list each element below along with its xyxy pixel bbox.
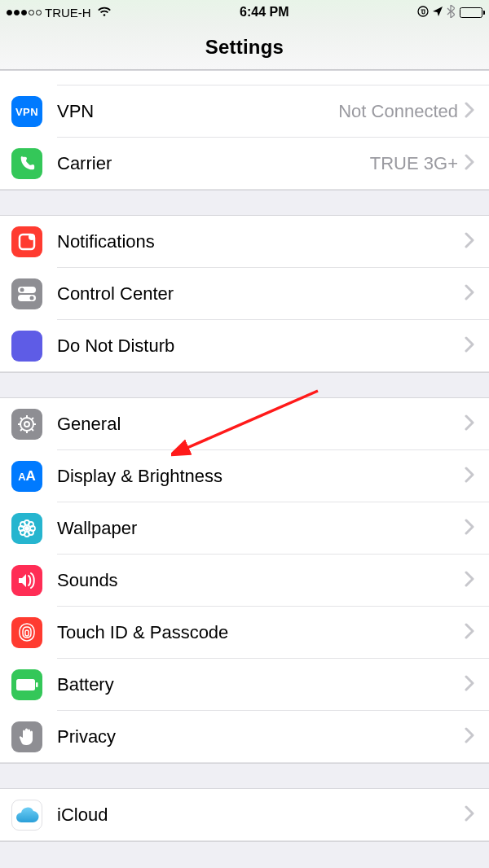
carrier-label: TRUE-H [45,6,91,20]
row-label: Battery [57,674,114,695]
chevron-right-icon [465,467,474,486]
svg-point-8 [24,422,29,427]
svg-point-4 [20,288,24,292]
settings-row-privacy[interactable]: Privacy [0,711,489,763]
bluetooth-icon [447,5,455,20]
row-value: Not Connected [338,101,458,122]
chevron-right-icon [465,805,474,825]
control-center-icon [11,278,42,309]
vpn-icon: VPN [11,96,42,127]
settings-row-control-center[interactable]: Control Center [0,268,489,320]
status-left: TRUE-H [7,6,112,20]
nav-bar: Settings [0,24,489,70]
settings-row-touchid[interactable]: Touch ID & Passcode [0,607,489,659]
svg-point-2 [29,234,35,240]
settings-row-notifications[interactable]: Notifications [0,216,489,268]
svg-rect-26 [16,679,35,690]
settings-row-battery[interactable]: Battery [0,659,489,711]
row-label: iCloud [57,804,108,826]
settings-row-wallpaper[interactable]: Wallpaper [0,502,489,555]
row-label: Do Not Disturb [57,335,174,357]
battery-icon [11,669,42,700]
row-label: Wallpaper [57,518,137,539]
svg-line-16 [32,418,33,419]
wifi-icon [97,6,112,20]
status-bar: TRUE-H 6:44 PM [0,0,489,24]
settings-row-sounds[interactable]: Sounds [0,555,489,607]
status-time: 6:44 PM [240,5,289,20]
status-right [417,5,482,20]
settings-row-icloud[interactable]: iCloud [0,789,489,841]
svg-line-15 [20,429,22,431]
settings-group: GeneralAADisplay & BrightnessWallpaperSo… [0,397,489,764]
svg-line-13 [20,418,22,419]
settings-list[interactable]: VPNVPNNot ConnectedCarrierTRUE 3G+Notifi… [0,70,489,868]
row-label: Touch ID & Passcode [57,622,228,643]
row-value: TRUE 3G+ [370,153,458,174]
settings-row-dnd[interactable]: Do Not Disturb [0,320,489,372]
wallpaper-icon [11,513,42,544]
row-label: Notifications [57,231,155,252]
chevron-right-icon [465,414,474,434]
signal-strength-icon [7,10,42,15]
sounds-icon [11,565,42,596]
chevron-right-icon [465,336,474,356]
display-icon: AA [11,461,42,492]
settings-group: NotificationsControl CenterDo Not Distur… [0,215,489,373]
settings-row-general[interactable]: General [0,398,489,450]
row-label: VPN [57,101,94,122]
row-label: Privacy [57,726,116,747]
svg-rect-27 [36,682,38,687]
svg-point-17 [24,526,29,531]
chevron-right-icon [465,519,474,538]
dnd-icon [11,331,42,362]
chevron-right-icon [465,675,474,695]
row-label: Sounds [57,570,118,591]
battery-icon [460,7,482,18]
chevron-right-icon [465,727,474,747]
settings-group: VPNVPNNot ConnectedCarrierTRUE 3G+ [0,70,489,191]
icloud-icon [11,800,42,831]
carrier-icon [11,148,42,179]
privacy-icon [11,721,42,752]
settings-row-display[interactable]: AADisplay & Brightness [0,450,489,502]
chevron-right-icon [465,232,474,252]
location-icon [432,6,443,20]
row-label: General [57,414,121,435]
settings-group: iCloud [0,788,489,842]
svg-line-14 [32,429,33,431]
general-icon [11,409,42,440]
chevron-right-icon [465,284,474,304]
svg-point-6 [30,296,34,300]
row-label: Carrier [57,153,112,174]
chevron-right-icon [465,102,474,121]
chevron-right-icon [465,623,474,642]
notifications-icon [11,226,42,257]
page-title: Settings [205,36,284,59]
touchid-icon [11,617,42,648]
settings-row-vpn[interactable]: VPNVPNNot Connected [0,85,489,138]
partial-row [0,71,489,85]
row-label: Display & Brightness [57,466,222,487]
svg-point-0 [418,7,428,16]
orientation-lock-icon [417,6,429,20]
svg-point-7 [20,418,33,431]
chevron-right-icon [465,154,474,173]
row-label: Control Center [57,283,174,305]
chevron-right-icon [465,571,474,590]
settings-row-carrier[interactable]: CarrierTRUE 3G+ [0,138,489,190]
